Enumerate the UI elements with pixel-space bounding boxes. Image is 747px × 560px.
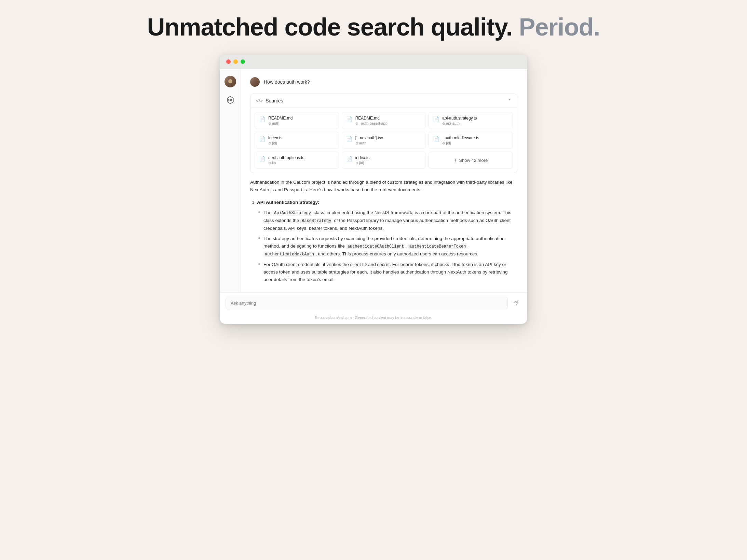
file-info-0: README.md ⊙ auth (268, 116, 293, 125)
svg-point-0 (229, 99, 231, 101)
send-button[interactable] (511, 297, 521, 308)
sources-grid: 📄 README.md ⊙ auth 📄 README.md (250, 108, 517, 173)
file-icon-7: 📄 (346, 156, 353, 162)
answer-list: API Authentication Strategy: The ApiAuth… (250, 199, 517, 284)
file-info-6: next-auth-options.ts ⊙ lib (268, 155, 304, 165)
sources-header: </> Sources ⌃ (250, 94, 517, 108)
inline-code-1: BaseStrategy (300, 218, 332, 224)
svg-point-3 (228, 100, 229, 101)
bullet-item-0: The ApiAuthStrategy class, implemented u… (258, 209, 517, 232)
file-info-4: [...nextauth].tsx ⊙ auth (355, 136, 383, 145)
sources-panel: </> Sources ⌃ 📄 README.md ⊙ auth (250, 94, 517, 173)
file-info-2: api-auth.strategy.ts ⊙ api-auth (442, 116, 477, 125)
inline-code-4: authenticateNextAuth (263, 252, 315, 257)
bottom-bar: Repo: calcom/cal.com · Generated content… (220, 292, 527, 324)
source-card-3[interactable]: 📄 index.ts ⊙ [id] (255, 132, 339, 149)
file-info-5: _auth-middleware.ts ⊙ [id] (442, 136, 479, 145)
answer-section: Authentication in the Cal.com project is… (250, 179, 517, 283)
file-info-3: index.ts ⊙ [id] (268, 136, 282, 145)
input-area (220, 292, 527, 313)
code-icon: </> (256, 98, 263, 103)
bullet-text-0: The ApiAuthStrategy class, implemented u… (263, 209, 517, 232)
file-icon-0: 📄 (259, 116, 266, 122)
file-icon-3: 📄 (259, 136, 266, 142)
source-card-7[interactable]: 📄 index.ts ⊙ [id] (342, 152, 426, 169)
file-name-0: README.md (268, 116, 293, 121)
file-info-7: index.ts ⊙ [id] (355, 155, 369, 165)
traffic-light-green[interactable] (241, 59, 245, 64)
file-icon-4: 📄 (346, 136, 353, 142)
plus-icon: + (454, 157, 457, 163)
sources-title: </> Sources (256, 98, 283, 103)
answer-list-item-0: API Authentication Strategy: The ApiAuth… (257, 199, 517, 284)
bullet-item-2: For OAuth client credentials, it verifie… (258, 261, 517, 284)
show-more-button[interactable]: + Show 42 more (429, 152, 513, 169)
sources-label: Sources (266, 98, 283, 103)
file-icon-2: 📄 (433, 116, 439, 122)
collapse-icon[interactable]: ⌃ (507, 98, 512, 103)
bullet-dot-0 (258, 211, 260, 213)
git-icon-0: ⊙ (268, 122, 271, 125)
app-icon[interactable] (225, 94, 236, 106)
bullet-dot-1 (258, 237, 260, 239)
bullet-text-1: The strategy authenticates requests by e… (263, 235, 517, 258)
file-path-6: ⊙ lib (268, 161, 304, 165)
source-card-2[interactable]: 📄 api-auth.strategy.ts ⊙ api-auth (429, 112, 513, 129)
git-icon-2: ⊙ (442, 122, 445, 125)
git-icon-7: ⊙ (355, 161, 358, 165)
main-content: How does auth work? </> Sources ⌃ 📄 (241, 69, 527, 292)
git-icon-5: ⊙ (442, 141, 445, 145)
traffic-light-red[interactable] (226, 59, 231, 64)
inline-code-0: ApiAuthStrategy (273, 210, 312, 216)
file-path-5: ⊙ [id] (442, 141, 479, 145)
git-icon-1: ⊙ (355, 122, 358, 125)
file-path-2: ⊙ api-auth (442, 121, 477, 125)
source-card-6[interactable]: 📄 next-auth-options.ts ⊙ lib (255, 152, 339, 169)
browser-titlebar (220, 55, 527, 69)
browser-content: How does auth work? </> Sources ⌃ 📄 (220, 69, 527, 292)
user-avatar (250, 77, 260, 87)
query-text: How does auth work? (264, 79, 310, 85)
user-query: How does auth work? (250, 77, 517, 87)
answer-intro: Authentication in the Cal.com project is… (250, 179, 517, 194)
file-name-5: _auth-middleware.ts (442, 136, 479, 140)
svg-point-1 (228, 99, 229, 100)
file-icon-6: 📄 (259, 156, 266, 162)
browser-window: How does auth work? </> Sources ⌃ 📄 (220, 54, 527, 324)
file-name-4: [...nextauth].tsx (355, 136, 383, 140)
svg-point-4 (231, 100, 232, 101)
git-icon-6: ⊙ (268, 161, 271, 165)
svg-point-2 (231, 99, 232, 100)
bullet-dot-2 (258, 263, 260, 265)
bullet-list-0: The ApiAuthStrategy class, implemented u… (257, 209, 517, 284)
source-card-5[interactable]: 📄 _auth-middleware.ts ⊙ [id] (429, 132, 513, 149)
file-icon-1: 📄 (346, 116, 353, 122)
file-path-1: ⊙ _auth-based-app (355, 121, 388, 125)
ask-input[interactable] (226, 297, 508, 309)
traffic-light-yellow[interactable] (233, 59, 238, 64)
file-name-7: index.ts (355, 155, 369, 160)
file-name-2: api-auth.strategy.ts (442, 116, 477, 121)
file-path-3: ⊙ [id] (268, 141, 282, 145)
inline-code-2: authenticateOAuthClient (346, 244, 406, 249)
git-icon-4: ⊙ (355, 141, 358, 145)
disclaimer-text: Generated content may be inaccurate or f… (355, 316, 432, 320)
inline-code-3: authenticateBearerToken (408, 244, 467, 249)
footer-disclaimer: Repo: calcom/cal.com · Generated content… (220, 313, 527, 324)
file-path-7: ⊙ [id] (355, 161, 369, 165)
bullet-text-2: For OAuth client credentials, it verifie… (263, 261, 517, 284)
file-name-6: next-auth-options.ts (268, 155, 304, 160)
file-path-4: ⊙ auth (355, 141, 383, 145)
headline-accent: Period. (519, 13, 600, 41)
bullet-item-1: The strategy authenticates requests by e… (258, 235, 517, 258)
source-card-0[interactable]: 📄 README.md ⊙ auth (255, 112, 339, 129)
source-card-1[interactable]: 📄 README.md ⊙ _auth-based-app (342, 112, 426, 129)
avatar[interactable] (225, 76, 236, 87)
headline-main: Unmatched code search quality. (147, 13, 512, 41)
show-more-label: Show 42 more (459, 158, 488, 163)
source-card-4[interactable]: 📄 [...nextauth].tsx ⊙ auth (342, 132, 426, 149)
repo-label: Repo: calcom/cal.com (315, 316, 352, 320)
page-headline: Unmatched code search quality. Period. (147, 14, 600, 41)
file-name-3: index.ts (268, 136, 282, 140)
sidebar (220, 69, 241, 292)
